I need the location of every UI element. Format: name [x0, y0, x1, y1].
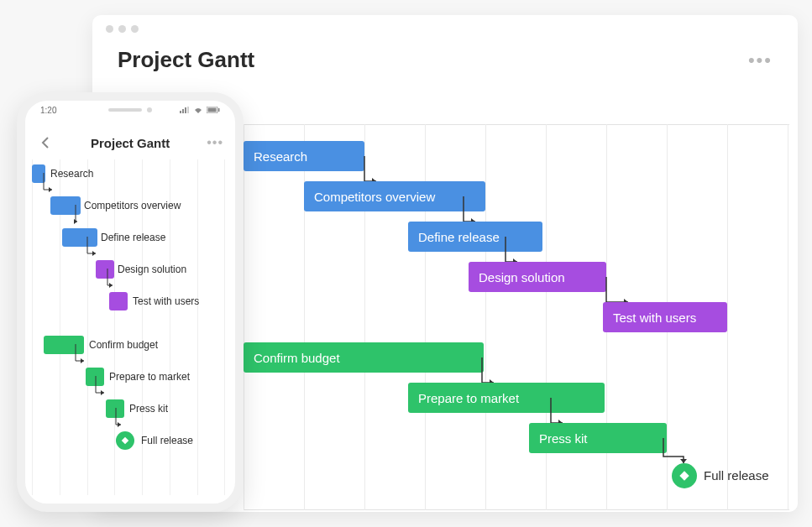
milestone-full-release[interactable]	[672, 463, 697, 488]
milestone-full-release[interactable]	[116, 431, 134, 450]
task-bar-press[interactable]	[106, 399, 124, 418]
task-bar-design[interactable]	[96, 260, 114, 279]
task-label: Confirm budget	[89, 339, 158, 351]
wifi-icon	[193, 106, 203, 115]
status-time: 1:20	[40, 106, 56, 115]
battery-icon	[207, 106, 220, 115]
desktop-header: Project Gantt •••	[92, 15, 798, 81]
traffic-light-dot[interactable]	[118, 25, 126, 33]
svg-rect-4	[187, 107, 189, 113]
task-bar-test[interactable]: Test with users	[603, 302, 727, 332]
more-menu-button[interactable]: •••	[207, 135, 223, 150]
task-bar-budget[interactable]: Confirm budget	[244, 342, 484, 373]
task-label: Design solution	[479, 270, 565, 284]
task-bar-research[interactable]	[32, 164, 45, 183]
task-label: Competitors overview	[84, 200, 181, 211]
phone-notch	[88, 101, 172, 119]
task-bar-market[interactable]: Prepare to market	[408, 383, 605, 413]
svg-rect-2	[182, 109, 184, 113]
svg-rect-7	[218, 108, 220, 112]
svg-rect-8	[122, 437, 128, 444]
svg-rect-3	[185, 107, 186, 113]
task-label: Confirm budget	[254, 351, 340, 365]
milestone-label: Full release	[141, 435, 193, 446]
gantt-chart-desktop: Research Competitors overview Define rel…	[244, 107, 789, 510]
task-label: Test with users	[133, 295, 199, 307]
task-label: Research	[254, 149, 307, 164]
page-title: Project Gantt	[118, 47, 254, 73]
task-label: Prepare to market	[109, 371, 190, 383]
task-label: Define release	[101, 232, 165, 243]
signal-icon	[180, 106, 190, 115]
task-label: Press kit	[129, 403, 168, 415]
traffic-light-dot[interactable]	[106, 25, 113, 33]
task-bar-design[interactable]: Design solution	[469, 262, 606, 292]
task-label: Press kit	[539, 431, 588, 446]
task-label: Test with users	[613, 310, 696, 325]
traffic-light-dot[interactable]	[131, 25, 139, 33]
task-bar-budget[interactable]	[44, 336, 84, 354]
task-label: Design solution	[118, 264, 186, 275]
task-bar-competitors[interactable]	[50, 196, 81, 215]
svg-rect-6	[208, 108, 217, 112]
diamond-icon	[678, 470, 690, 482]
task-bar-define[interactable]: Define release	[408, 222, 542, 252]
task-label: Prepare to market	[418, 391, 519, 405]
task-label: Research	[50, 168, 93, 180]
phone-header: Project Gantt •••	[25, 126, 235, 158]
task-bar-research[interactable]: Research	[244, 141, 364, 171]
task-label: Competitors overview	[314, 190, 435, 204]
page-title: Project Gantt	[91, 136, 170, 150]
task-bar-define[interactable]	[62, 228, 97, 247]
more-menu-button[interactable]: •••	[748, 50, 773, 71]
back-button[interactable]	[37, 134, 54, 151]
window-controls[interactable]	[106, 25, 139, 33]
gantt-chart-mobile: Research Competitors overview Define rel…	[32, 159, 228, 495]
task-bar-market[interactable]	[86, 368, 104, 386]
milestone-label: Full release	[704, 468, 769, 483]
phone-frame: 1:20 Project Gantt •••	[17, 92, 244, 512]
svg-rect-1	[180, 111, 181, 113]
task-label: Define release	[418, 230, 500, 244]
svg-rect-0	[679, 471, 689, 480]
chevron-left-icon	[41, 137, 50, 149]
task-bar-competitors[interactable]: Competitors overview	[304, 181, 485, 211]
task-bar-press[interactable]: Press kit	[529, 423, 667, 453]
task-bar-test[interactable]	[109, 292, 128, 310]
diamond-icon	[121, 436, 129, 445]
